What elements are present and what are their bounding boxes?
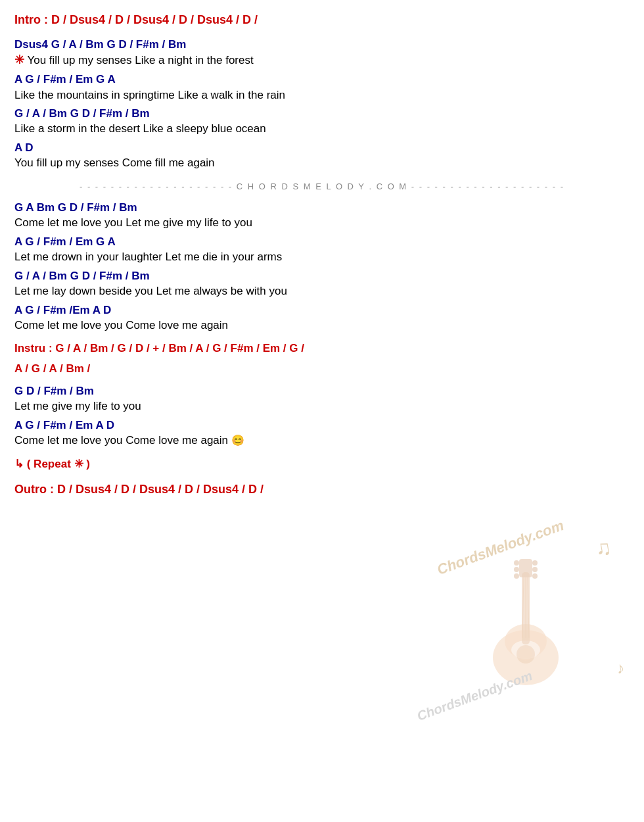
asterisk-star1: ✳: [14, 53, 24, 66]
verse3-chord2: A G / F#m / Em A D: [14, 418, 630, 433]
svg-point-7: [514, 560, 519, 566]
svg-point-8: [514, 567, 519, 572]
verse1-chord1: Dsus4 G / A / Bm G D / F#m / Bm: [14, 37, 630, 52]
outro-chords: D / Dsus4 / D / Dsus4 / D / Dsus4 / D /: [57, 483, 264, 496]
instru-line2: A / G / A / Bm /: [14, 360, 630, 377]
divider: - - - - - - - - - - - - - - - - - - - - …: [14, 181, 630, 191]
verse2-lyric3: Let me lay down beside you Let me always…: [14, 283, 630, 299]
verse2-lyric4: Come let me love you Come love me again: [14, 318, 630, 333]
verse1-lyric3: Like a storm in the desert Like a sleepy…: [14, 121, 630, 137]
svg-point-10: [532, 560, 538, 566]
verse3-chord1: G D / F#m / Bm: [14, 384, 630, 399]
intro-label: Intro :: [14, 13, 48, 26]
music-note-icon1: ♫: [593, 535, 613, 562]
outro-line: Outro : D / Dsus4 / D / Dsus4 / D / Dsus…: [14, 483, 630, 496]
svg-point-3: [517, 645, 535, 664]
watermark-text2: ChordsMelody.com: [415, 668, 535, 724]
verse2-chord4: A G / F#m /Em A D: [14, 303, 630, 318]
verse1-chord3: G / A / Bm G D / F#m / Bm: [14, 107, 630, 121]
verse1-chord2: A G / F#m / Em G A: [14, 72, 630, 87]
verse1-lyric1: ✳ You fill up my senses Like a night in …: [14, 52, 630, 68]
svg-line-13: [522, 577, 524, 638]
repeat-text: ↳ ( Repeat ✳ ): [14, 458, 90, 470]
svg-point-1: [505, 624, 547, 658]
svg-point-11: [532, 567, 538, 572]
verse3-lyric2-text: Come let me love you Come love me again: [14, 434, 228, 447]
svg-line-15: [528, 577, 529, 638]
verse3-lyric1: Let me give my life to you: [14, 399, 630, 414]
instru-chords2: A / G / A / Bm /: [14, 362, 90, 375]
verse2-chord2: A G / F#m / Em G A: [14, 235, 630, 249]
instru-chords1: G / A / Bm / G / D / + / Bm / A / G / F#…: [55, 342, 304, 354]
verse1-chord4: A D: [14, 141, 630, 155]
outro-label: Outro :: [14, 483, 54, 496]
instru-section: Instru : G / A / Bm / G / D / + / Bm / A…: [14, 340, 630, 377]
verse2-lyric1: Come let me love you Let me give my life…: [14, 215, 630, 231]
verse3-section: G D / F#m / Bm Let me give my life to yo…: [14, 384, 630, 448]
verse1-section: Dsus4 G / A / Bm G D / F#m / Bm ✳ You fi…: [14, 37, 630, 171]
intro-section: Intro : D / Dsus4 / D / Dsus4 / D / Dsus…: [14, 12, 630, 28]
verse1-lyric2: Like the mountains in springtime Like a …: [14, 87, 630, 103]
verse1-lyric1-text: You fill up my senses Like a night in th…: [27, 54, 253, 66]
smiley-icon: 😊: [231, 435, 244, 446]
outro-section: Outro : D / Dsus4 / D / Dsus4 / D / Dsus…: [14, 483, 630, 496]
watermark-text1: ChordsMelody.com: [435, 517, 566, 579]
svg-point-2: [511, 641, 540, 659]
guitar-icon: [473, 552, 578, 690]
verse3-lyric2: Come let me love you Come love me again …: [14, 433, 630, 448]
svg-rect-5: [522, 572, 530, 644]
music-note-icon2: ♪: [615, 658, 626, 678]
verse2-section: G A Bm G D / F#m / Bm Come let me love y…: [14, 201, 630, 333]
intro-line: Intro : D / Dsus4 / D / Dsus4 / D / Dsus…: [14, 12, 630, 28]
verse2-lyric2: Let me drown in your laughter Let me die…: [14, 249, 630, 265]
watermark: ChordsMelody.com ♫ ♪ ChordsMelody.com: [407, 533, 631, 717]
svg-rect-6: [519, 559, 532, 577]
intro-chords: D / Dsus4 / D / Dsus4 / D / Dsus4 / D /: [51, 13, 258, 26]
svg-point-12: [532, 573, 538, 579]
verse2-chord3: G / A / Bm G D / F#m / Bm: [14, 269, 630, 283]
instru-label: Instru :: [14, 342, 53, 354]
verse2-chord1: G A Bm G D / F#m / Bm: [14, 201, 630, 215]
svg-point-9: [514, 573, 519, 579]
instru-line1: Instru : G / A / Bm / G / D / + / Bm / A…: [14, 340, 630, 357]
svg-point-4: [519, 648, 532, 661]
repeat-section: ↳ ( Repeat ✳ ): [14, 457, 630, 471]
svg-point-0: [493, 630, 559, 685]
verse1-lyric4: You fill up my senses Come fill me again: [14, 155, 630, 171]
